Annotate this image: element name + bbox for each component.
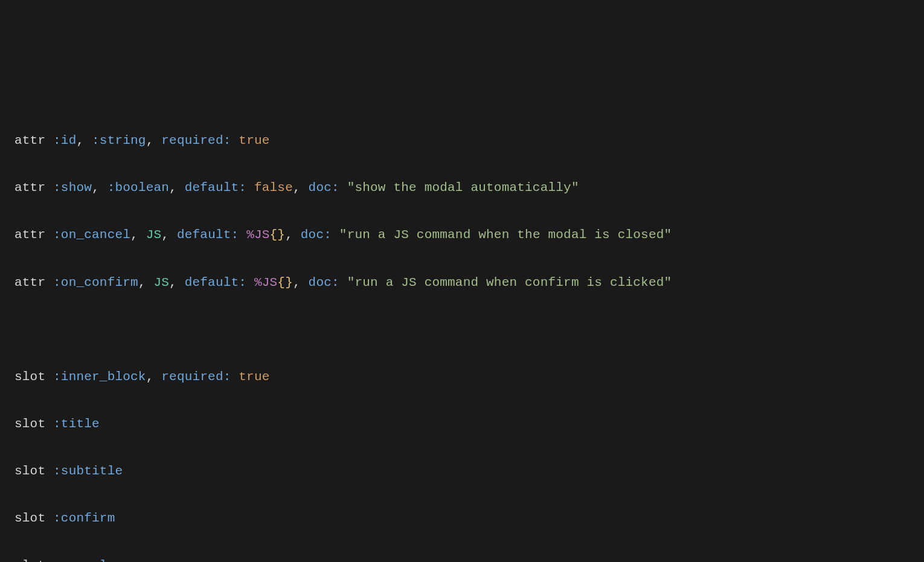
code-line: attr :on_confirm, JS, default: %JS{}, do… (14, 271, 924, 294)
code-line: slot :confirm (14, 506, 924, 530)
code-line (14, 318, 924, 341)
code-line: attr :on_cancel, JS, default: %JS{}, doc… (14, 223, 924, 247)
code-line: attr :show, :boolean, default: false, do… (14, 176, 924, 199)
code-editor[interactable]: attr :id, :string, required: true attr :… (14, 105, 924, 562)
code-line: slot :cancel (14, 554, 924, 562)
code-line: slot :subtitle (14, 459, 924, 483)
code-line: slot :title (14, 412, 924, 436)
code-line: attr :id, :string, required: true (14, 129, 924, 152)
code-line: slot :inner_block, required: true (14, 365, 924, 389)
